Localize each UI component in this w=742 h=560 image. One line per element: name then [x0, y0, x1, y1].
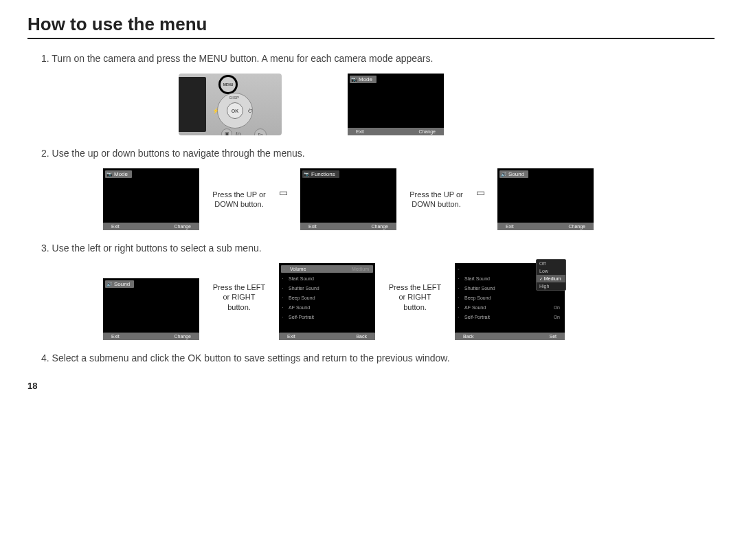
popup-low: Low — [537, 267, 565, 275]
footer-exit: Exit — [356, 129, 364, 134]
arrow-icon: ▭ — [279, 187, 288, 198]
caption-updown-1: Press the UP or DOWN button. — [212, 190, 267, 210]
speaker-icon: 🔊 — [501, 172, 506, 177]
footer-exit: Exit — [287, 334, 295, 339]
sound-detail-panel: ◦ Volume Medium ·Start Sound ·Shutter So… — [279, 263, 375, 340]
footer-back: Back — [356, 334, 367, 339]
af-sound-value: On — [554, 305, 563, 310]
volume-label: Volume — [289, 267, 349, 271]
self-portrait-label: Self-Portrait — [287, 315, 373, 320]
self-portrait-label-2: Self-Portrait — [463, 315, 551, 320]
mode-panel-2: 📷 Mode Exit Change — [103, 168, 199, 230]
popup-high: High — [537, 282, 565, 290]
start-sound-label: Start Sound — [287, 276, 373, 281]
sound-detail-panel-popup: ◦ ·Start Sound ·Shutter Sound ·Beep Soun… — [455, 263, 565, 340]
ok-button-icon: OK — [227, 102, 243, 119]
play-icon: ▣ — [221, 128, 232, 135]
camera-icon: 📷 — [351, 77, 357, 82]
caption-leftright-1: Press the LEFT or RIGHT button. — [212, 282, 267, 312]
flash-icon: ⚡ — [212, 108, 219, 114]
functions-panel: 📷 Functions Exit Change — [300, 168, 396, 230]
step-4-text: 4. Select a submenu and click the OK but… — [41, 352, 715, 363]
af-sound-label: AF Sound — [287, 305, 373, 310]
functions-header-label: Functions — [311, 171, 335, 177]
step-3-text: 3. Use the left or right buttons to sele… — [41, 243, 715, 254]
camera-icon: 📷 — [106, 172, 112, 177]
caption-updown-2: Press the UP or DOWN button. — [409, 190, 464, 210]
camera-illustration: MENU OK DISP ⚡ ⏱ ▣ to Fn — [179, 74, 282, 135]
shutter-sound-label: Shutter Sound — [287, 286, 373, 291]
footer-change: Change — [568, 224, 585, 229]
footer-exit: Exit — [506, 224, 514, 229]
footer-change: Change — [174, 334, 191, 339]
beep-sound-label: Beep Sound — [287, 295, 373, 300]
sound-panel: 🔊 Sound Exit Change — [497, 168, 594, 230]
camera-icon: 📷 — [304, 172, 309, 177]
timer-icon: ⏱ — [247, 108, 253, 114]
volume-popup: Off Low Medium High — [536, 259, 566, 291]
mode-header-label: Mode — [359, 76, 372, 82]
footer-exit: Exit — [111, 334, 120, 339]
speaker-icon: 🔊 — [106, 282, 112, 287]
sound-header-label: Sound — [508, 171, 524, 177]
arrow-icon: ▭ — [476, 187, 485, 198]
squiggle-label: to — [236, 131, 241, 135]
footer-change: Change — [174, 224, 191, 229]
sound-header-label: Sound — [114, 281, 130, 287]
volume-value: Medium — [352, 267, 372, 271]
footer-change: Change — [371, 224, 388, 229]
self-portrait-value: On — [554, 315, 563, 320]
sound-panel-2: 🔊 Sound Exit Change — [103, 278, 199, 340]
fn-button-icon: Fn — [254, 128, 267, 135]
step-2-text: 2. Use the up or down buttons to navigat… — [41, 148, 715, 159]
footer-back: Back — [463, 334, 474, 339]
beep-sound-label-2: Beep Sound — [463, 295, 563, 300]
disp-label: DISP — [229, 96, 239, 100]
popup-off: Off — [537, 260, 565, 267]
footer-exit: Exit — [111, 224, 120, 229]
af-sound-label-2: AF Sound — [463, 305, 551, 310]
footer-change: Change — [418, 129, 436, 134]
mode-header-label: Mode — [114, 171, 128, 177]
page-title: How to use the menu — [27, 14, 715, 39]
menu-button-icon: MENU — [218, 75, 238, 94]
footer-exit: Exit — [308, 224, 317, 229]
caption-leftright-2: Press the LEFT or RIGHT button. — [387, 282, 442, 312]
footer-set: Set — [549, 334, 556, 339]
popup-medium-selected: Medium — [537, 275, 565, 282]
page-number: 18 — [27, 381, 715, 391]
step-1-text: 1. Turn on the camera and press the MENU… — [41, 53, 715, 64]
mode-panel: 📷 Mode Exit Change — [348, 74, 444, 135]
